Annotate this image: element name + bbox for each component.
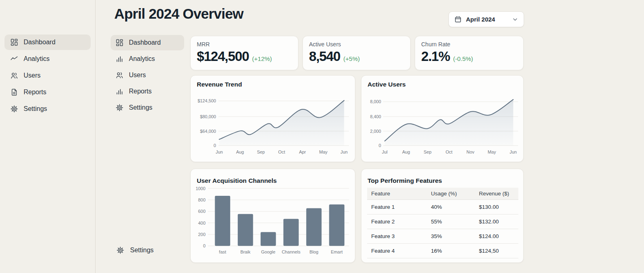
sidebar-item-users[interactable]: Users xyxy=(4,68,91,83)
nav2-item-reports[interactable]: Reports xyxy=(111,84,184,99)
x-axis-label: Jun xyxy=(510,150,517,154)
acquisition-channels-chart: 02004006008001000fastBraikGoogleChannels… xyxy=(191,169,355,262)
kpi-value: 8,540 xyxy=(309,49,340,64)
x-axis-label: Jun xyxy=(341,150,348,154)
feature-name-cell: Feature 4 xyxy=(367,244,431,258)
kpi-card-active-users: Active Users 8,540 (+5%) xyxy=(302,36,411,70)
users-icon xyxy=(10,72,18,80)
x-axis-label: Sep xyxy=(424,150,431,154)
x-axis-label: May xyxy=(319,150,328,154)
nav2-item-analytics[interactable]: Analytics xyxy=(111,51,184,67)
document-icon xyxy=(10,88,18,96)
gear-icon xyxy=(116,246,124,254)
x-axis-label: Google xyxy=(261,249,275,254)
bar-fast xyxy=(215,196,231,246)
kpi-card-mrr: MRR $124,500 (+12%) xyxy=(190,36,298,70)
sidebar-item-label: Reports xyxy=(24,89,46,96)
y-axis-label: 600 xyxy=(198,209,205,214)
nav2-item-label: Reports xyxy=(129,88,152,95)
features-table: Feature Usage (%) Revenue ($) Feature 14… xyxy=(367,188,518,258)
nav2-item-label: Users xyxy=(129,72,146,79)
x-axis-label: Nov xyxy=(466,150,474,154)
kpi-change: (+12%) xyxy=(252,55,272,62)
kpi-card-churn-rate: Churn Rate 2.1% (-0.5%) xyxy=(415,36,524,70)
feature-name-cell: Feature 2 xyxy=(367,214,431,229)
bar-emart xyxy=(329,204,344,246)
x-axis-label: Channels xyxy=(282,249,301,254)
kpi-change: (+5%) xyxy=(344,55,360,62)
date-selector-button[interactable]: April 2024 xyxy=(448,11,524,27)
acquisition-channels-card: User Acquisition Channels 02004006008001… xyxy=(190,169,355,263)
x-axis-label: Aug xyxy=(402,150,410,154)
feature-name-cell: Feature 1 xyxy=(367,200,431,214)
x-axis-label: Oct xyxy=(278,150,285,154)
bar-chart-icon xyxy=(115,87,124,95)
bar-chart-icon xyxy=(115,55,124,63)
y-axis-label: 1000 xyxy=(196,186,205,191)
x-axis-label: fast xyxy=(219,249,226,254)
sidebar-item-reports[interactable]: Reports xyxy=(4,84,91,100)
calendar-icon xyxy=(454,15,462,23)
y-axis-label: 2,000 xyxy=(370,129,381,134)
nav2-item-label: Dashboard xyxy=(129,39,161,46)
nav2-item-users[interactable]: Users xyxy=(111,67,184,83)
y-axis-label: 0 xyxy=(213,143,216,148)
sidebar-item-label: Settings xyxy=(24,105,47,113)
sidebar-item-analytics[interactable]: Analytics xyxy=(4,51,91,67)
y-axis-label: $80,000 xyxy=(200,114,216,119)
y-axis-label: 0 xyxy=(379,143,381,148)
x-axis-label: Braik xyxy=(240,249,250,254)
nav2-item-settings[interactable]: Settings xyxy=(111,100,184,115)
revenue-cell: $124.00 xyxy=(479,229,518,244)
usage-cell: 55% xyxy=(431,214,479,229)
kpi-label: MRR xyxy=(197,41,292,48)
revenue-trend-card: Revenue Trend $124,500$80,000$64,0000Jun… xyxy=(190,75,355,162)
nav2-bottom-settings[interactable]: Settings xyxy=(116,244,154,257)
column-header-revenue: Revenue ($) xyxy=(479,188,518,200)
table-row: Feature 416%$124,50 xyxy=(367,244,518,258)
sidebar-item-label: Users xyxy=(24,72,41,79)
y-axis-label: $124,500 xyxy=(198,98,216,103)
bar-braik xyxy=(238,214,253,246)
table-header-row: Feature Usage (%) Revenue ($) xyxy=(367,188,518,200)
active-users-chart: 8,0008,4002,0000JulAugSepOctNovMayJun xyxy=(361,76,523,162)
y-axis-label: 8,000 xyxy=(370,99,381,104)
y-axis-label: 200 xyxy=(198,232,205,237)
dashboard-icon xyxy=(10,38,18,46)
nav2-item-label: Analytics xyxy=(129,55,155,63)
users-icon xyxy=(115,71,124,79)
sidebar-item-label: Analytics xyxy=(24,55,50,63)
dashboard-icon xyxy=(115,39,124,47)
usage-cell: 35% xyxy=(431,229,479,244)
kpi-label: Active Users xyxy=(309,41,404,48)
y-axis-label: 400 xyxy=(198,221,205,225)
x-axis-label: Jun xyxy=(215,150,223,154)
x-axis-label: May xyxy=(487,150,496,154)
x-axis-label: Emart xyxy=(331,249,343,254)
x-axis-label: Apr xyxy=(299,150,306,154)
active-users-card: Active Users 8,0008,4002,0000JulAugSepOc… xyxy=(361,75,524,162)
table-row: Feature 140%$130.00 xyxy=(367,200,518,214)
sidebar-item-settings[interactable]: Settings xyxy=(4,101,91,117)
area-fill xyxy=(219,100,344,145)
sidebar-item-label: Dashboard xyxy=(24,39,55,46)
kpi-label: Churn Rate xyxy=(421,41,517,48)
revenue-trend-chart: $124,500$80,000$64,0000JunAugSepOctAprMa… xyxy=(191,76,355,162)
x-axis-label: Jul xyxy=(382,150,387,154)
revenue-cell: $124,50 xyxy=(479,244,518,258)
gear-icon xyxy=(10,105,18,113)
table-title: Top Performing Features xyxy=(368,177,442,184)
y-axis-label: 0 xyxy=(203,243,205,248)
nav2-item-dashboard[interactable]: Dashboard xyxy=(111,35,184,50)
kpi-value: 2.1% xyxy=(421,49,450,64)
nav2-item-label: Settings xyxy=(129,104,152,111)
bar-google xyxy=(261,232,276,246)
secondary-nav: Dashboard Analytics Users Reports Settin… xyxy=(111,35,184,116)
chevron-down-icon xyxy=(512,16,518,23)
kpi-change: (-0.5%) xyxy=(453,55,473,62)
date-selector-label: April 2024 xyxy=(466,16,495,23)
kpi-value: $124,500 xyxy=(197,49,249,64)
bar-blog xyxy=(306,208,322,246)
sidebar-item-dashboard[interactable]: Dashboard xyxy=(4,35,91,50)
column-header-usage: Usage (%) xyxy=(431,188,479,200)
